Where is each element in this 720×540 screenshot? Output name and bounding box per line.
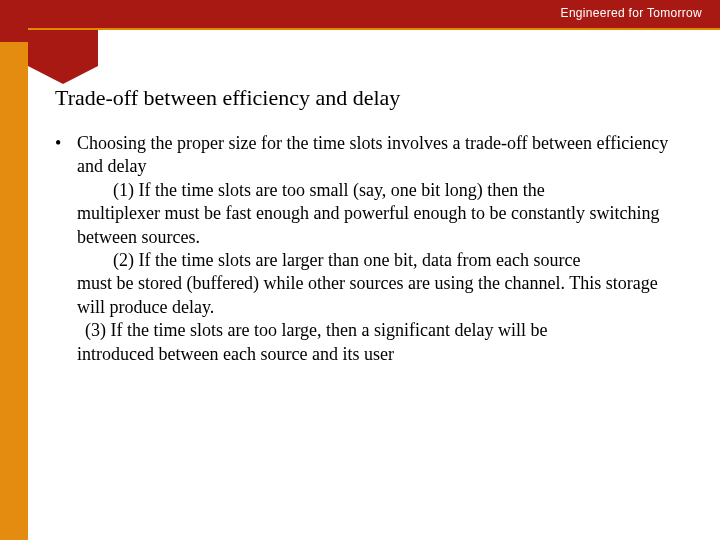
bullet-mark: • [55,132,77,366]
slide-title: Trade-off between efficiency and delay [55,85,400,111]
point-3-line-a: (3) If the time slots are too large, the… [77,319,680,342]
point-3-line-b: introduced between each source and its u… [77,343,680,366]
bullet-body: Choosing the proper size for the time sl… [77,132,680,366]
lead-text: Choosing the proper size for the time sl… [77,132,680,179]
point-1-line-b: multiplexer must be fast enough and powe… [77,202,680,249]
bullet-item: • Choosing the proper size for the time … [55,132,680,366]
point-1-line-a: (1) If the time slots are too small (say… [77,179,680,202]
slide-content: • Choosing the proper size for the time … [55,132,680,366]
point-2-line-b: must be stored (buffered) while other so… [77,272,680,319]
left-stripe [0,42,28,540]
point-2-line-a: (2) If the time slots are larger than on… [77,249,680,272]
header-tagline: Engineered for Tomorrow [561,6,702,20]
header-corner-block [0,0,28,42]
header-notch [28,30,98,66]
